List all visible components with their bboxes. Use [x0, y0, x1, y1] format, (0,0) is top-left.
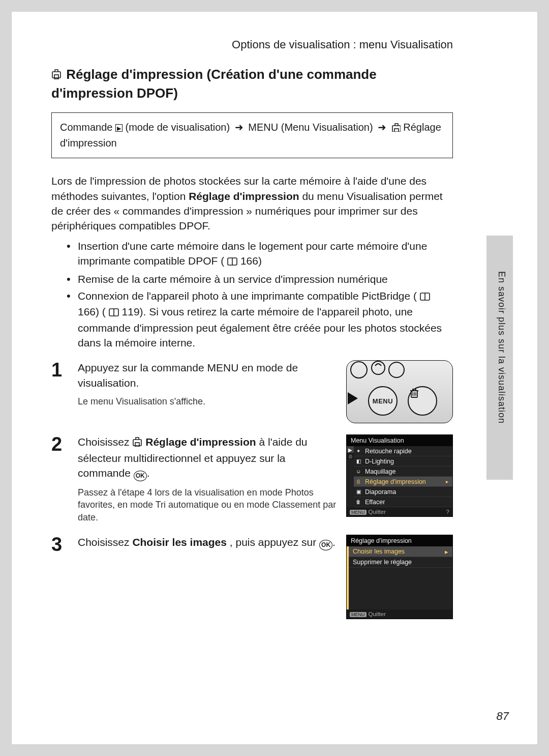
page-number: 87	[497, 710, 509, 723]
tab-setup[interactable]: ⚙	[347, 453, 354, 459]
command-path-box: Commande (mode de visualisation) ➜ MENU …	[51, 112, 453, 158]
bullet-item: Remise de la carte mémoire à un service …	[67, 272, 453, 286]
svg-point-5	[372, 361, 385, 374]
step-1: 1 Appuyez sur la commande MENU en mode d…	[51, 360, 453, 423]
step-subtext: Le menu Visualisation s'affiche.	[78, 395, 338, 408]
menu-item-choose-images[interactable]: Choisir les images ▸	[349, 546, 452, 557]
camera-screen-print-set: Réglage d'impression Choisir les images …	[346, 535, 453, 619]
playback-icon	[115, 124, 123, 132]
step-3: 3 Choisissez Choisir les images , puis a…	[51, 535, 453, 619]
svg-point-6	[389, 362, 404, 377]
press-arrow-icon	[348, 392, 358, 404]
step-title: Choisissez Choisir les images , puis app…	[78, 535, 338, 550]
print-set-icon	[391, 121, 401, 136]
menu-item-slideshow[interactable]: ▣Diaporama	[354, 487, 452, 497]
bullet-list: Insertion d'une carte mémoire dans le lo…	[51, 239, 453, 351]
step-2: 2 Choisissez Réglage d'impression à l'ai…	[51, 434, 453, 523]
screen-header: Réglage d'impression	[347, 535, 452, 546]
step-title: Appuyez sur la commande MENU en mode de …	[78, 360, 338, 390]
arrow-icon: ➜	[378, 120, 386, 135]
dlighting-icon: ◧	[355, 458, 362, 464]
menu-item-skin[interactable]: ☺Maquillage	[354, 467, 452, 477]
svg-point-4	[351, 362, 367, 378]
help-icon[interactable]: ?	[446, 509, 449, 515]
menu-item-delete-setting[interactable]: Supprimer le réglage	[349, 557, 452, 568]
menu-item-dlighting[interactable]: ◧D-Lighting	[354, 456, 452, 467]
manual-ref-icon	[420, 289, 430, 304]
slideshow-icon: ▣	[355, 489, 362, 495]
menu-label-icon: MENU	[350, 510, 367, 515]
chevron-right-icon: ▸	[443, 479, 450, 484]
menu-item-quick-retouch[interactable]: ✦Retouche rapide	[354, 446, 452, 456]
arrow-icon: ➜	[235, 120, 243, 135]
camera-screen-menu: Menu Visualisation ▶ ⚙ ✦Retouche rapide …	[346, 434, 453, 517]
print-set-icon: ⎙	[355, 479, 362, 484]
camera-top-controls-icon	[347, 361, 408, 381]
step-number: 1	[51, 360, 70, 423]
menu-item-delete[interactable]: 🗑Effacer	[354, 497, 452, 507]
print-set-icon	[132, 435, 142, 450]
delete-button[interactable]	[408, 386, 437, 416]
ok-button-icon: OK	[319, 540, 332, 550]
trash-icon	[409, 387, 420, 398]
manual-ref-icon	[109, 305, 119, 320]
print-set-icon	[51, 67, 63, 84]
trash-icon: 🗑	[355, 499, 362, 505]
skin-icon: ☺	[355, 469, 362, 474]
screen-footer: MENUQuitter	[347, 609, 452, 619]
bullet-item: Insertion d'une carte mémoire dans le lo…	[67, 239, 453, 270]
step-title: Choisissez Réglage d'impression à l'aide…	[78, 434, 338, 481]
section-side-label: En savoir plus sur la visualisation	[496, 271, 507, 424]
ok-button-icon: OK	[134, 471, 147, 481]
manual-page: Options de visualisation : menu Visualis…	[11, 11, 538, 745]
menu-item-print-set[interactable]: ⎙Réglage d'impression▸	[354, 477, 452, 487]
menu-label-icon: MENU	[350, 612, 367, 617]
menu-button[interactable]: MENU	[368, 386, 398, 416]
intro-text: Lors de l'impression de photos stockées …	[51, 173, 453, 234]
step-number: 2	[51, 434, 70, 523]
retouch-icon: ✦	[355, 448, 362, 454]
page-title: Réglage d'impression (Création d'une com…	[51, 66, 453, 102]
bullet-item: Connexion de l'appareil photo à une impr…	[67, 288, 453, 351]
screen-footer: MENUQuitter ?	[347, 507, 452, 516]
step-subtext: Passez à l'étape 4 lors de la visualisat…	[78, 486, 338, 524]
chevron-right-icon: ▸	[445, 548, 448, 556]
tab-playback[interactable]: ▶	[347, 446, 354, 453]
screen-header: Menu Visualisation	[347, 435, 452, 446]
step-number: 3	[51, 535, 70, 619]
camera-diagram: MENU	[346, 360, 453, 423]
breadcrumb: Options de visualisation : menu Visualis…	[51, 38, 453, 51]
manual-ref-icon	[227, 254, 237, 269]
